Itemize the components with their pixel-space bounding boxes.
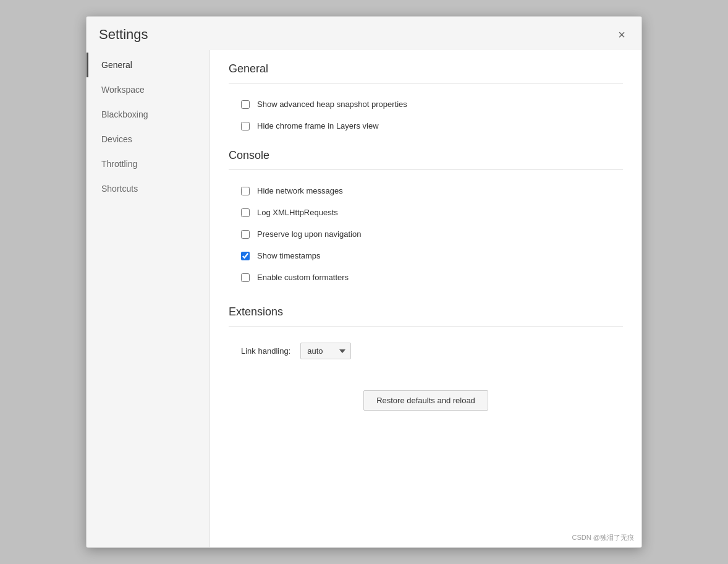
extensions-section: Extensions Link handling: auto system [229,293,623,365]
checkbox-show-timestamps: Show timestamps [229,245,623,267]
close-button[interactable]: × [614,27,629,42]
watermark: CSDN @独泪了无痕 [572,533,634,542]
checkbox-hide-network: Hide network messages [229,180,623,202]
dialog-header: Settings × [87,17,641,50]
link-handling-select[interactable]: auto system [300,343,351,359]
settings-dialog: Settings × General Workspace Blackboxing… [86,16,642,548]
log-xhr-label: Log XMLHttpRequests [257,208,338,217]
checkbox-preserve-log: Preserve log upon navigation [229,223,623,245]
preserve-log-label: Preserve log upon navigation [257,229,361,239]
checkbox-log-xhr: Log XMLHttpRequests [229,202,623,223]
checkbox-hide-chrome-frame: Hide chrome frame in Layers view [229,115,623,137]
show-heap-checkbox[interactable] [241,100,250,109]
dialog-title: Settings [99,27,148,43]
hide-chrome-frame-checkbox[interactable] [241,122,250,130]
link-handling-row: Link handling: auto system [229,336,623,365]
show-heap-label: Show advanced heap snapshot properties [257,100,407,109]
dialog-body: General Workspace Blackboxing Devices Th… [87,50,641,547]
sidebar-item-shortcuts[interactable]: Shortcuts [87,176,210,201]
custom-formatters-label: Enable custom formatters [257,273,349,282]
console-section-title: Console [229,137,623,170]
checkbox-custom-formatters: Enable custom formatters [229,267,623,288]
sidebar-item-throttling[interactable]: Throttling [87,152,210,176]
sidebar-item-general[interactable]: General [87,53,210,77]
hide-network-label: Hide network messages [257,186,343,195]
log-xhr-checkbox[interactable] [241,208,250,217]
main-section-title: General [229,50,623,83]
hide-network-checkbox[interactable] [241,187,250,195]
link-handling-label: Link handling: [241,346,290,356]
preserve-log-checkbox[interactable] [241,230,250,239]
sidebar: General Workspace Blackboxing Devices Th… [87,50,210,547]
extensions-section-title: Extensions [229,293,623,327]
sidebar-item-blackboxing[interactable]: Blackboxing [87,102,210,127]
show-timestamps-label: Show timestamps [257,251,321,260]
restore-defaults-button[interactable]: Restore defaults and reload [363,390,488,411]
hide-chrome-frame-label: Hide chrome frame in Layers view [257,121,379,130]
sidebar-item-workspace[interactable]: Workspace [87,77,210,102]
sidebar-item-devices[interactable]: Devices [87,127,210,152]
main-content: General Show advanced heap snapshot prop… [210,50,641,547]
checkbox-show-heap: Show advanced heap snapshot properties [229,93,623,115]
custom-formatters-checkbox[interactable] [241,273,250,282]
show-timestamps-checkbox[interactable] [241,252,250,260]
